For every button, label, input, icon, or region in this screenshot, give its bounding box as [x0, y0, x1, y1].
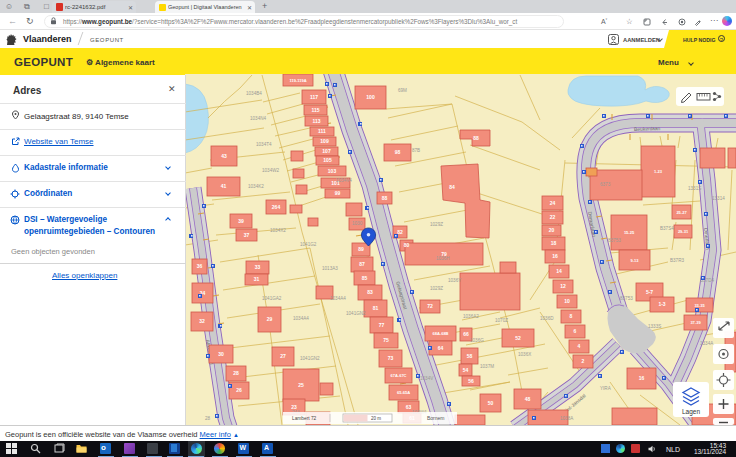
svg-text:20: 20: [549, 227, 555, 233]
svg-text:16: 16: [552, 253, 558, 259]
svg-text:1036H: 1036H: [436, 256, 450, 261]
svg-text:63: 63: [406, 404, 412, 410]
svg-text:29: 29: [267, 316, 273, 322]
svg-text:83753: 83753: [620, 296, 633, 301]
svg-text:1041GN2: 1041GN2: [300, 356, 320, 361]
svg-text:87B: 87B: [412, 148, 420, 153]
svg-text:264: 264: [272, 204, 281, 210]
svg-text:25: 25: [298, 382, 304, 388]
svg-text:99: 99: [335, 190, 341, 196]
svg-text:Lagen: Lagen: [682, 408, 700, 416]
svg-text:1029Z: 1029Z: [430, 286, 443, 291]
svg-text:24: 24: [550, 200, 556, 206]
svg-text:1070Z: 1070Z: [495, 318, 508, 323]
svg-text:33-35: 33-35: [694, 303, 705, 308]
svg-text:54: 54: [463, 367, 469, 373]
svg-text:1034B4: 1034B4: [246, 91, 262, 96]
svg-text:27: 27: [280, 353, 286, 359]
svg-text:25-27: 25-27: [676, 210, 687, 215]
svg-text:30: 30: [218, 351, 224, 357]
svg-text:18: 18: [551, 240, 557, 246]
svg-text:89: 89: [358, 246, 364, 252]
svg-text:56: 56: [468, 378, 474, 384]
svg-text:88: 88: [473, 135, 479, 141]
svg-text:8: 8: [570, 313, 573, 319]
svg-text:6: 6: [574, 328, 577, 334]
svg-text:26: 26: [236, 387, 242, 393]
svg-text:88: 88: [382, 195, 388, 201]
svg-text:1034A4: 1034A4: [330, 296, 346, 301]
svg-text:66: 66: [463, 331, 469, 337]
svg-text:1036Y: 1036Y: [448, 278, 461, 283]
svg-text:1334A: 1334A: [700, 341, 714, 346]
svg-text:Lambert 72: Lambert 72: [292, 416, 317, 421]
svg-text:109: 109: [320, 138, 329, 144]
svg-text:1034X2: 1034X2: [270, 228, 286, 233]
svg-text:23: 23: [291, 404, 297, 410]
svg-text:28: 28: [205, 416, 211, 421]
svg-text:1034K2: 1034K2: [248, 184, 264, 189]
svg-text:1-23: 1-23: [654, 169, 663, 174]
svg-text:115: 115: [311, 107, 319, 113]
svg-text:48: 48: [525, 396, 531, 402]
svg-text:13314: 13314: [712, 196, 725, 201]
svg-text:33: 33: [255, 264, 261, 270]
svg-text:37-39: 37-39: [690, 320, 701, 325]
svg-text:1036X: 1036X: [518, 352, 531, 357]
svg-text:10: 10: [564, 298, 570, 304]
svg-text:1041G2: 1041G2: [300, 242, 317, 247]
svg-text:75: 75: [383, 337, 389, 343]
svg-text:67A-67C: 67A-67C: [390, 373, 406, 378]
svg-text:72: 72: [427, 303, 433, 309]
svg-text:1013A3: 1013A3: [322, 266, 338, 271]
svg-text:37: 37: [244, 232, 250, 238]
svg-text:B37S4: B37S4: [660, 226, 674, 231]
svg-text:36: 36: [197, 263, 203, 269]
svg-text:82: 82: [397, 229, 403, 235]
svg-text:14: 14: [556, 268, 562, 274]
svg-text:81: 81: [373, 305, 379, 311]
svg-text:9-13: 9-13: [630, 258, 639, 263]
svg-text:77: 77: [379, 322, 385, 328]
svg-text:98: 98: [395, 149, 401, 155]
svg-text:1034T4: 1034T4: [256, 142, 272, 147]
svg-text:52: 52: [515, 335, 521, 341]
svg-text:15-25: 15-25: [624, 230, 635, 235]
svg-text:1331S: 1331S: [688, 186, 701, 191]
svg-text:20 m: 20 m: [371, 416, 381, 421]
svg-text:YIRA: YIRA: [600, 386, 612, 391]
svg-text:28: 28: [233, 370, 239, 376]
svg-text:16: 16: [639, 375, 645, 381]
svg-text:103: 103: [328, 168, 337, 174]
svg-text:1038A: 1038A: [560, 416, 574, 421]
svg-text:29-31: 29-31: [678, 229, 689, 234]
svg-text:41: 41: [221, 183, 227, 189]
svg-text:68A-68B: 68A-68B: [432, 331, 448, 336]
svg-text:80: 80: [404, 242, 410, 248]
svg-text:113: 113: [312, 118, 320, 124]
svg-text:107: 107: [322, 148, 331, 154]
svg-text:Bornem: Bornem: [427, 415, 445, 421]
svg-text:31: 31: [254, 276, 260, 282]
svg-text:105: 105: [323, 157, 332, 163]
svg-text:Beukenlaan: Beukenlaan: [634, 125, 661, 132]
svg-text:B37R3: B37R3: [670, 258, 684, 263]
svg-text:1030: 1030: [352, 221, 363, 226]
svg-text:111: 111: [318, 128, 326, 134]
svg-text:1037M: 1037M: [480, 364, 494, 369]
svg-text:84: 84: [449, 184, 455, 190]
svg-text:85: 85: [362, 275, 368, 281]
svg-text:100: 100: [366, 94, 375, 100]
svg-text:73: 73: [388, 355, 394, 361]
svg-text:1029Z: 1029Z: [430, 222, 443, 227]
svg-text:1036G: 1036G: [470, 338, 484, 343]
svg-text:117: 117: [310, 94, 318, 100]
svg-text:83: 83: [367, 289, 373, 295]
svg-text:1034N4: 1034N4: [250, 116, 267, 121]
svg-text:1034V: 1034V: [420, 376, 434, 381]
svg-text:1036D: 1036D: [540, 316, 554, 321]
svg-text:119-119A: 119-119A: [289, 78, 306, 83]
svg-text:1034W2: 1034W2: [262, 168, 280, 173]
svg-text:1333S: 1333S: [648, 324, 661, 329]
svg-text:58: 58: [467, 353, 473, 359]
